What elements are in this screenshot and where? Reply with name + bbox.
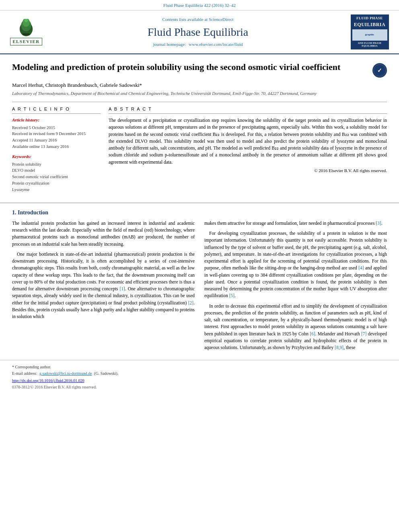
intro-heading: 1. Introduction — [12, 209, 387, 217]
ref-89-link[interactable]: [8,9] — [335, 345, 343, 350]
cover-subtitle: EQUILIBRIA — [352, 22, 387, 28]
ref-5-link[interactable]: [5] — [229, 293, 234, 298]
intro-col2-p1: makes them attractive for storage and fo… — [204, 220, 387, 227]
cover-title: FLUID PHASE — [352, 16, 387, 21]
top-bar: Fluid Phase Equilibria 422 (2016) 32–42 — [0, 0, 399, 10]
article-main: Modeling and prediction of protein solub… — [0, 54, 399, 197]
doi-link[interactable]: http://dx.doi.org/10.1016/j.fluid.2016.0… — [12, 378, 387, 384]
article-authors: Marcel Herhut, Christoph Brandenbusch, G… — [12, 82, 387, 89]
article-title-text: Modeling and prediction of protein solub… — [12, 62, 340, 73]
svg-text:✓: ✓ — [377, 68, 382, 74]
journal-header: ELSEVIER Contents lists available at Sci… — [0, 10, 399, 54]
intro-col2-p3: In order to decrease this experimental e… — [204, 303, 387, 351]
elsevier-wordmark: ELSEVIER — [10, 38, 42, 45]
cover-footer: AND FLUID PHASEEQUILIBRIA — [352, 42, 387, 48]
elsevier-logo-area: ELSEVIER — [4, 19, 48, 45]
article-affiliation: Laboratory of Thermodynamics, Department… — [12, 90, 387, 97]
keyword-3: Second osmotic virial coefficient — [12, 174, 101, 180]
svg-rect-5 — [23, 33, 30, 35]
ref-3-link[interactable]: [3] — [376, 221, 381, 226]
article-footer: * Corresponding author. E-mail address: … — [0, 360, 399, 392]
keyword-5: Lysozyme — [12, 187, 101, 193]
email-note: E-mail address: g.sadowski@bci.tu-dortmu… — [12, 371, 387, 376]
keyword-2: DLVO model — [12, 168, 101, 174]
page: Fluid Phase Equilibria 422 (2016) 32–42 … — [0, 0, 399, 532]
journal-cover-box: FLUID PHASE EQUILIBRIA graphic AND FLUID… — [351, 14, 389, 49]
ref-6-link[interactable]: [6] — [310, 331, 315, 336]
journal-citation: Fluid Phase Equilibria 422 (2016) 32–42 — [163, 3, 236, 8]
intro-col2-p2: For developing crystallization processes… — [204, 230, 387, 300]
body-divider — [0, 203, 399, 203]
keyword-4: Protein crystallization — [12, 181, 101, 187]
copyright-text: © 2016 Elsevier B.V. All rights reserved… — [109, 167, 387, 174]
abstract-col: A B S T R A C T The development of a pre… — [109, 106, 387, 193]
journal-header-center: Contents lists available at ScienceDirec… — [48, 16, 348, 48]
intro-col-right: makes them attractive for storage and fo… — [204, 220, 387, 355]
ref-4-link[interactable]: [4] — [358, 265, 364, 270]
received-revised-date: Received in revised form 9 December 2015 — [12, 131, 101, 137]
intro-columns: The industrial protein production has ga… — [12, 220, 387, 355]
ref-2-link[interactable]: [2] — [188, 300, 193, 305]
introduction-section: 1. Introduction The industrial protein p… — [0, 209, 399, 354]
article-title-row: Modeling and prediction of protein solub… — [12, 62, 387, 78]
intro-col-left: The industrial protein production has ga… — [12, 220, 195, 355]
sciencedirect-link[interactable]: Contents lists available at ScienceDirec… — [56, 16, 339, 23]
keyword-1: Protein solubility — [12, 162, 101, 168]
cover-graphic: graphic — [365, 33, 374, 37]
intro-p2: One major bottleneck in state-of-the-art… — [12, 251, 195, 320]
doi-anchor[interactable]: http://dx.doi.org/10.1016/j.fluid.2016.0… — [12, 378, 84, 383]
journal-cover: FLUID PHASE EQUILIBRIA graphic AND FLUID… — [348, 14, 392, 49]
journal-title: Fluid Phase Equilibria — [56, 24, 339, 40]
article-info-abstract: A R T I C L E I N F O Article history: R… — [12, 106, 387, 193]
footer-copyright: 0378-3812/© 2016 Elsevier B.V. All right… — [12, 384, 387, 390]
crossmark-svg: ✓ — [373, 64, 386, 77]
keywords-label: Keywords: — [12, 154, 101, 160]
article-history-label: Article history: — [12, 117, 101, 123]
abstract-heading: A B S T R A C T — [109, 106, 387, 114]
received-date: Received 5 October 2015 — [12, 125, 101, 131]
author-email-link[interactable]: g.sadowski@bci.tu-dortmund.de — [39, 371, 92, 376]
crossmark-icon: ✓ — [372, 63, 387, 78]
article-info-col: A R T I C L E I N F O Article history: R… — [12, 106, 101, 193]
corresponding-author-note: * Corresponding author. — [12, 364, 387, 370]
intro-p1: The industrial protein production has ga… — [12, 220, 195, 248]
journal-homepage: journal homepage: www.elsevier.com/locat… — [56, 41, 339, 47]
ref-1-link[interactable]: [1] — [119, 286, 125, 291]
accepted-date: Accepted 11 January 2016 — [12, 138, 101, 144]
available-date: Available online 13 January 2016 — [12, 144, 101, 150]
ref-7-link[interactable]: [7] — [361, 331, 366, 336]
homepage-url[interactable]: www.elsevier.com/locate/fluid — [189, 42, 243, 47]
elsevier-tree-icon — [10, 19, 42, 37]
abstract-text: The development of a precipitation or cr… — [109, 117, 387, 174]
article-divider — [12, 102, 387, 102]
article-info-heading: A R T I C L E I N F O — [12, 106, 101, 114]
